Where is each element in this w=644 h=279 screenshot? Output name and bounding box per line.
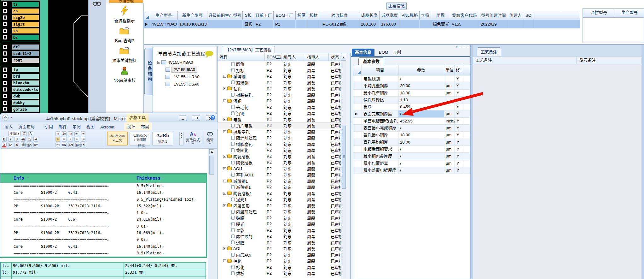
line-spacing-icon[interactable]: ↕≡ [81, 137, 85, 142]
link-icon[interactable] [92, 1, 102, 7]
param-row[interactable]: 表面最小完成铜厚/μmY [353, 125, 470, 132]
ribbon-tab-引用[interactable]: 引用 [42, 122, 56, 130]
quick-access-more-icon[interactable]: ▾ [10, 116, 12, 119]
numbering-icon[interactable]: 1≡ [62, 131, 67, 136]
ribbon-tab-Acrobat[interactable]: Acrobat [97, 124, 117, 130]
notes-column-header[interactable]: 工艺备注 [473, 56, 577, 64]
collapse-icon[interactable] [223, 180, 226, 182]
layer-row[interactable]: biaozhu [1, 80, 40, 86]
process-row[interactable]: 棕化P2刘东周磊已审核 [218, 258, 351, 264]
tab-process-notes[interactable]: 工艺备注 [477, 47, 501, 56]
layer-row[interactable]: bs [1, 34, 40, 41]
param-row[interactable]: 表面完成铜厚度/μmY [353, 110, 470, 117]
column-header[interactable]: 板材 [307, 11, 320, 20]
process-column-header[interactable]: BOM工厂 [265, 53, 281, 61]
tree-node-child[interactable]: 1V155HURA0 [153, 73, 217, 80]
column-header[interactable]: 阻焊 [431, 11, 450, 20]
param-row[interactable]: 通孔厚径比1.10Y [353, 97, 470, 104]
process-row[interactable]: 陶瓷磨板1P2刘东周磊已审核 [218, 190, 351, 197]
param-row[interactable]: 单面电镀面积(含孔)452.95inch2Y [353, 118, 470, 125]
process-column-header[interactable]: 状态 [329, 53, 341, 61]
column-header[interactable]: 升级前旧生产型号 [207, 11, 243, 20]
layer-row[interactable]: rout [1, 57, 40, 63]
nav-item-Nope单审核[interactable]: Nope单审核 [106, 66, 143, 83]
column-header[interactable]: 创建人 [508, 11, 523, 20]
process-row[interactable]: 沉铜P2刘东周磊已审核 [218, 98, 351, 104]
tab-process-flow[interactable]: 【2V155I6IA0】工艺流程 [222, 46, 275, 53]
column-header[interactable]: S板 [243, 11, 254, 20]
process-row[interactable]: 负片电镀P2刘东周磊已审核 [218, 122, 351, 129]
process-row[interactable]: 内层前处理P2刘东周磊已审核 [218, 209, 351, 215]
layer-checkbox[interactable] [3, 2, 7, 6]
param-row[interactable]: 最小盖覆电镀厚度/μmY [353, 167, 470, 174]
word-scroll-up-icon[interactable] [209, 149, 214, 154]
underline-button[interactable]: U [15, 137, 19, 142]
param-value-cell[interactable]: / [398, 75, 444, 82]
nav-item-新流程指示[interactable]: 新流程指示 [106, 6, 143, 23]
param-value-cell[interactable]: 20.00 [398, 82, 444, 89]
undo-icon[interactable]: ↶ [2, 115, 9, 121]
column-header[interactable]: PNL规格 [400, 11, 420, 20]
align-center-icon[interactable]: ≡ [62, 137, 67, 142]
bullets-icon[interactable]: ⁚≡ [55, 131, 60, 136]
tab-data-management[interactable]: 数据管理 [109, 0, 143, 3]
collapse-icon[interactable] [223, 259, 226, 262]
param-row[interactable]: 盲孔平均铜厚20.00μmY [353, 139, 470, 146]
word-scrollbar-thumb[interactable] [209, 156, 214, 175]
layer-checkbox[interactable] [3, 35, 7, 39]
collapse-icon[interactable] [157, 61, 160, 64]
column-header[interactable]: 字符 [420, 11, 431, 20]
process-row[interactable]: 圆角P2刘东周磊已审核 [218, 61, 351, 67]
ribbon-tab-插入[interactable]: 插入 [2, 122, 15, 130]
multilevel-icon[interactable]: ∷≡ [68, 131, 73, 136]
layer-row[interactable]: brd [1, 73, 40, 80]
layer-checkbox[interactable] [3, 15, 7, 20]
param-value-cell[interactable]: / [398, 146, 444, 153]
layer-row[interactable]: dwkby [1, 99, 40, 106]
char-border-icon[interactable]: A [28, 131, 33, 136]
product-row[interactable]: 4V155HYBA010010400191393母板P2P2IPC-6012 Ⅱ… [144, 20, 580, 28]
layer-row[interactable]: tp [1, 66, 40, 73]
superscript-button[interactable]: x² [33, 137, 38, 142]
param-value-cell[interactable]: 20.00 [398, 139, 444, 146]
process-row[interactable]: 显影P2刘东周磊已审核 [218, 227, 351, 234]
word-title-bar[interactable]: ↶ ▾ 4v155hyba0-stack-up [兼容模式] - Microso… [0, 113, 217, 122]
layer-row[interactable]: sig3t [1, 21, 40, 27]
param-value-cell[interactable]: / [398, 160, 444, 167]
layer-row[interactable]: gbfz3b [1, 106, 40, 113]
process-row[interactable]: 贴膜P2刘东周磊已审核 [218, 215, 351, 221]
param-row[interactable]: 最小包覆距离/μmY [353, 160, 470, 167]
layer-row[interactable]: sig2b [1, 14, 40, 21]
param-row[interactable]: 电镀后面铜要求/μmY [353, 146, 470, 153]
tree-node-child[interactable]: 2V155I6IA0 [153, 66, 217, 73]
layer-row[interactable]: dr1 [1, 44, 40, 50]
process-row[interactable]: 树脂钻孔P2刘东周磊已审核 [218, 92, 351, 98]
pin-column-header[interactable]: 合拼型号 [583, 8, 615, 18]
outdent-icon[interactable]: ⇤ [74, 131, 79, 136]
strikethrough-button[interactable]: ab [21, 137, 26, 142]
layer-checkbox[interactable] [3, 29, 7, 33]
ribbon-tab-邮件[interactable]: 邮件 [56, 122, 70, 130]
process-column-header[interactable]: 编写人 [281, 53, 305, 61]
scrollbar-thumb[interactable] [342, 126, 346, 189]
layer-checkbox[interactable] [3, 45, 7, 49]
process-row[interactable]: 退膜P2刘东周磊已审核 [218, 240, 351, 246]
column-header[interactable]: 订单工厂 [254, 11, 274, 20]
layer-checkbox[interactable] [3, 101, 7, 105]
process-row[interactable]: 阻焊前处理P2刘东周磊已审核 [218, 135, 351, 141]
layer-checkbox[interactable] [3, 74, 7, 78]
process-row[interactable]: 内层图形P2刘东周磊已审核 [218, 203, 351, 209]
param-value-cell[interactable]: 452.95 [398, 118, 444, 125]
nav-item-预审关键物料[interactable]: 预审关键物料 [106, 46, 143, 63]
panel-divider[interactable] [470, 45, 473, 279]
collapse-icon[interactable] [223, 118, 226, 121]
layer-row[interactable]: szdr11-2 [1, 50, 40, 57]
process-row[interactable]: 减薄铜P2刘东周磊已审核 [218, 73, 351, 80]
subscript-button[interactable]: x₂ [27, 137, 32, 142]
layer-checkbox[interactable] [3, 58, 7, 62]
param-row[interactable]: 电镀线别/Y [353, 75, 470, 82]
bold-button[interactable]: B [2, 137, 7, 142]
param-value-cell[interactable]: 18.00 [398, 132, 444, 139]
ribbon-tab-布局[interactable]: 布局 [138, 122, 152, 130]
font-size-select[interactable]: 小四 ▾ [9, 131, 21, 136]
